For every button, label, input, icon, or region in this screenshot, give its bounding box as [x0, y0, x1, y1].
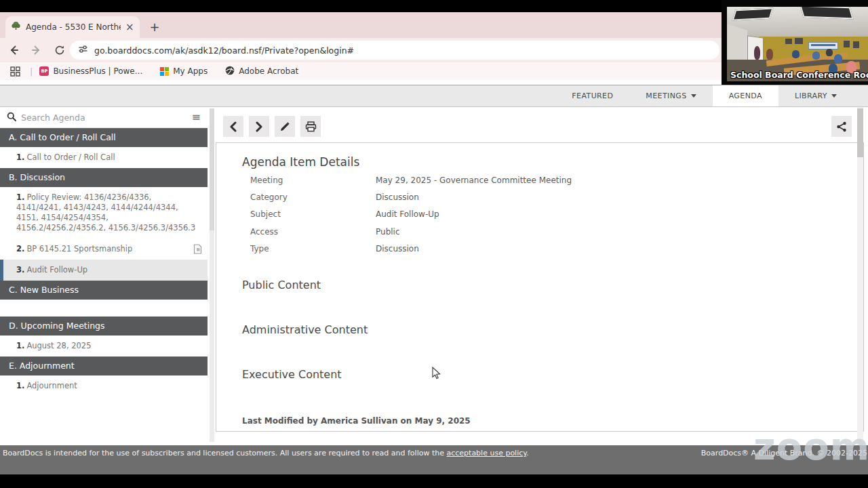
item-label: Adjournment: [26, 381, 77, 390]
person: [834, 54, 842, 64]
sidebar-item-audit-follow-up[interactable]: 3.Audit Follow-Up: [0, 260, 208, 281]
footer-disclaimer: BoardDocs is intended for the use of sub…: [3, 449, 529, 458]
sidebar-item-august-28[interactable]: 1.August 28, 2025: [0, 336, 208, 357]
person: [826, 49, 833, 56]
search-icon: [7, 111, 16, 124]
bookmark-label: BusinessPlus | Powe...: [53, 66, 142, 76]
person: [792, 50, 800, 58]
forward-button[interactable]: [27, 41, 46, 60]
detail-row-access: Access Public: [250, 227, 400, 237]
chevron-down-icon: [831, 94, 837, 98]
search-input[interactable]: [21, 113, 187, 123]
item-label: Call to Order / Roll Call: [26, 152, 115, 162]
executive-content-heading: Executive Content: [242, 368, 342, 381]
acceptable-use-policy-link[interactable]: acceptable use policy: [446, 449, 526, 458]
bookmark-adobe-acrobat[interactable]: Adobe Acrobat: [225, 66, 298, 77]
businessplus-icon: BP: [39, 66, 49, 76]
apps-grid-icon[interactable]: [5, 62, 24, 81]
detail-value: Discussion: [376, 244, 419, 253]
sidebar-search-row: ≡: [0, 107, 208, 128]
administrative-content-heading: Administrative Content: [242, 323, 368, 336]
item-label: August 28, 2025: [26, 341, 91, 350]
ceiling-light: [800, 7, 853, 19]
sidebar-item-sportsmanship[interactable]: 2.BP 6145.21 Sportsmanship: [0, 239, 208, 260]
detail-value: Discussion: [376, 192, 419, 202]
document-icon: [193, 244, 202, 257]
sidebar-section-discussion[interactable]: B. Discussion: [0, 168, 208, 187]
detail-value: May 29, 2025 - Governance Committee Meet…: [376, 176, 572, 185]
main-scrollbar[interactable]: [857, 107, 863, 445]
url-text[interactable]: go.boarddocs.com/ak/asdk12/board.nsf/Pri…: [94, 45, 354, 56]
person: [754, 46, 760, 60]
public-content-heading: Public Content: [242, 279, 321, 291]
agenda-item-panel: Agenda Item Details Meeting May 29, 2025…: [216, 142, 864, 432]
item-number: 1.: [16, 152, 24, 162]
detail-label: Subject: [250, 209, 376, 219]
detail-label: Type: [250, 244, 376, 253]
favicon-tree-icon: [11, 21, 21, 34]
footer-text: .: [526, 449, 529, 458]
nav-agenda[interactable]: AGENDA: [713, 85, 778, 106]
tab-title: Agenda - 5530 E Northern Ligh: [26, 22, 121, 32]
sidebar-item-call-to-order[interactable]: 1.Call to Order / Roll Call: [0, 147, 208, 168]
print-button[interactable]: [300, 116, 321, 137]
reload-button[interactable]: [50, 41, 69, 60]
wall-frame: [844, 41, 850, 47]
tab-close-icon[interactable]: ×: [125, 22, 134, 33]
wall-frame: [795, 38, 803, 44]
site-footer: BoardDocs is intended for the use of sub…: [0, 445, 868, 474]
nav-label: LIBRARY: [795, 92, 827, 100]
back-button[interactable]: [4, 41, 23, 60]
previous-item-button[interactable]: [223, 116, 243, 137]
detail-label: Meeting: [250, 176, 376, 185]
browser-tab[interactable]: Agenda - 5530 E Northern Ligh ×: [5, 16, 140, 38]
wall-banner: [808, 42, 838, 49]
bookmark-label: Adobe Acrobat: [239, 66, 298, 76]
item-number: 2.: [16, 244, 24, 253]
item-number: 1.: [16, 381, 24, 390]
detail-value: Audit Follow-Up: [376, 209, 439, 219]
detail-label: Category: [250, 192, 376, 202]
next-item-button[interactable]: [249, 116, 269, 137]
address-bar[interactable]: go.boarddocs.com/ak/asdk12/board.nsf/Pri…: [70, 41, 719, 60]
sidebar-scrollbar-thumb[interactable]: [210, 108, 214, 230]
bookmark-businessplus[interactable]: BP BusinessPlus | Powe...: [39, 66, 142, 76]
sidebar-section-call-to-order[interactable]: A. Call to Order / Roll Call: [0, 128, 208, 147]
detail-row-meeting: Meeting May 29, 2025 - Governance Commit…: [250, 176, 572, 185]
ceiling-light: [732, 7, 774, 20]
webcam-overlay: School Board Conference Room: [722, 0, 868, 85]
adobe-acrobat-icon: [225, 66, 235, 77]
microsoft-logo-icon: [160, 67, 169, 76]
sidebar-gap: [0, 300, 208, 317]
nav-meetings[interactable]: MEETINGS: [629, 85, 712, 106]
tune-icon[interactable]: [78, 44, 88, 57]
person: [766, 49, 773, 60]
sidebar-item-adjournment[interactable]: 1.Adjournment: [0, 375, 208, 396]
share-button[interactable]: [831, 116, 852, 137]
sidebar-scrollbar[interactable]: [210, 108, 214, 442]
detail-label: Access: [250, 227, 376, 237]
site-navigation: FEATURED MEETINGS AGENDA LIBRARY: [0, 85, 868, 107]
bookmark-my-apps[interactable]: My Apps: [160, 66, 208, 76]
nav-label: MEETINGS: [646, 92, 686, 100]
edit-button[interactable]: [275, 116, 295, 137]
nav-featured[interactable]: FEATURED: [555, 85, 629, 106]
sidebar-menu-icon[interactable]: ≡: [192, 112, 201, 123]
agenda-sidebar: ≡ A. Call to Order / Roll Call 1.Call to…: [0, 107, 208, 445]
sidebar-section-new-business[interactable]: C. New Business: [0, 281, 208, 300]
zoom-watermark: zoom: [753, 426, 868, 468]
main-scrollbar-thumb[interactable]: [857, 108, 863, 157]
detail-row-type: Type Discussion: [250, 244, 419, 253]
sidebar-item-policy-review[interactable]: 1.Policy Review: 4136/4236/4336, 4141/42…: [0, 187, 208, 239]
new-tab-button[interactable]: +: [146, 19, 163, 35]
detail-row-category: Category Discussion: [250, 192, 419, 202]
mouse-cursor: [432, 367, 441, 382]
last-modified-text: Last Modified by America Sullivan on May…: [242, 416, 471, 426]
item-number: 3.: [16, 265, 24, 274]
nav-library[interactable]: LIBRARY: [778, 85, 853, 106]
webcam-video: School Board Conference Room: [727, 7, 868, 81]
sidebar-section-upcoming-meetings[interactable]: D. Upcoming Meetings: [0, 317, 208, 336]
item-label: BP 6145.21 Sportsmanship: [26, 244, 132, 253]
sidebar-section-adjournment[interactable]: E. Adjournment: [0, 357, 208, 375]
nav-label: AGENDA: [729, 92, 762, 100]
